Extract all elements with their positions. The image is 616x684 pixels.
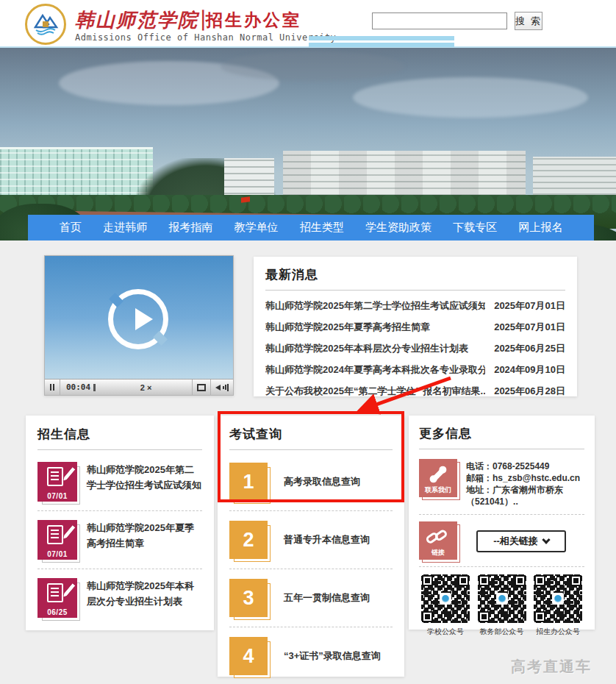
more-info-title: 更多信息 xyxy=(419,425,584,442)
dept-name-cn: 招生办公室 xyxy=(206,9,301,32)
contact-phone: 电话：0768-2525449 xyxy=(466,460,580,472)
decorative-stripe xyxy=(309,36,454,40)
play-triangle-icon xyxy=(135,308,153,330)
site-name-en: Admissions Office of Hanshan Normal Univ… xyxy=(75,32,336,43)
admissions-title: 招生信息 xyxy=(37,426,202,443)
news-item[interactable]: 韩山师范学院2025年夏季高考招生简章 2025年07月01日 xyxy=(265,316,565,338)
contact-email: 邮箱：hs_zsb@hstc.edu.cn xyxy=(466,472,580,484)
video-controls: 00:04 2 × xyxy=(45,379,233,395)
number-badge: 4 xyxy=(229,637,268,675)
document-icon: 07/01 xyxy=(37,520,77,560)
glass-building xyxy=(0,147,153,200)
link-icon: 链接 xyxy=(419,521,457,560)
nav-item-admission-types[interactable]: 招生类型 xyxy=(300,221,344,235)
contact-address: 地址：广东省潮州市桥东 xyxy=(466,484,580,496)
ring-gap xyxy=(153,331,168,346)
fullscreen-button[interactable] xyxy=(192,380,211,395)
cloud xyxy=(221,51,404,81)
chevron-down-icon xyxy=(542,535,550,544)
annotation-arrow xyxy=(344,375,454,421)
main-nav: 首页 走进韩师 报考指南 教学单位 招生类型 学生资助政策 下载专区 网上报名 xyxy=(28,215,594,241)
admissions-info-panel: 招生信息 07/01 韩山师范学院2025年第二学士学位招生考试应试须知 07/… xyxy=(26,416,214,630)
nav-item-teaching-units[interactable]: 教学单位 xyxy=(234,221,278,235)
contact-row: 联系我们 电话：0768-2525449 邮箱：hs_zsb@hstc.edu.… xyxy=(419,452,584,514)
university-logo-icon xyxy=(25,4,66,45)
exam-query-panel: 考试查询 1 高考录取信息查询 2 普通专升本信息查询 3 五年一贯制信息查询 … xyxy=(218,416,404,677)
related-links-select[interactable]: --相关链接 xyxy=(476,530,566,552)
phone-icon: 联系我们 xyxy=(419,459,457,497)
more-info-panel: 更多信息 联系我们 电话：0768-2525449 邮箱：hs_zsb@hstc… xyxy=(409,416,595,630)
document-icon: 06/25 xyxy=(37,578,77,618)
playback-speed[interactable]: 2 × xyxy=(100,380,192,395)
contact-details: 电话：0768-2525449 邮箱：hs_zsb@hstc.edu.cn 地址… xyxy=(466,459,580,507)
exam-query-title: 考试查询 xyxy=(229,426,393,443)
header: 韩山师范学院 丨 招生办公室 Admissions Office of Hans… xyxy=(0,0,616,48)
exam-query-item-five-year[interactable]: 3 五年一贯制信息查询 xyxy=(229,569,393,627)
playhead-marker[interactable] xyxy=(93,384,96,391)
video-player[interactable]: 00:04 2 × xyxy=(44,255,234,396)
nav-item-about[interactable]: 走进韩师 xyxy=(103,221,147,235)
nav-item-apply-guide[interactable]: 报考指南 xyxy=(168,221,212,235)
admissions-item[interactable]: 07/01 韩山师范学院2025年夏季高考招生简章 xyxy=(37,510,202,569)
building xyxy=(533,157,616,201)
nav-item-home[interactable]: 首页 xyxy=(60,221,82,235)
news-item[interactable]: 韩山师范学院2025年第二学士学位招生考试应试须知 2025年07月01日 xyxy=(265,295,565,316)
qrcode-row: 学校公众号 教务部公众号 招生办公众号 xyxy=(419,566,584,637)
search-button[interactable]: 搜 索 xyxy=(515,12,542,30)
ring-gap xyxy=(109,293,123,307)
number-badge: 1 xyxy=(229,463,268,501)
exam-query-item-gaokao[interactable]: 1 高考录取信息查询 xyxy=(229,453,393,510)
video-time: 00:04 xyxy=(60,380,100,395)
news-item[interactable]: 韩山师范学院2025年本科层次分专业招生计划表 2025年06月25日 xyxy=(265,338,565,359)
qrcode-admissions-office xyxy=(534,574,582,623)
qrcode-academic-affairs xyxy=(478,574,526,623)
decorative-stripe xyxy=(309,43,454,47)
links-row: 链接 --相关链接 xyxy=(419,514,584,566)
admissions-item[interactable]: 06/25 韩山师范学院2025年本科层次分专业招生计划表 xyxy=(37,569,202,627)
cloud xyxy=(353,77,588,118)
campus-hero-banner xyxy=(0,48,616,241)
nav-item-student-aid[interactable]: 学生资助政策 xyxy=(365,221,431,235)
play-button-icon[interactable] xyxy=(108,289,168,349)
nav-item-online-apply[interactable]: 网上报名 xyxy=(518,221,562,235)
exam-query-item-zhuanshengben[interactable]: 2 普通专升本信息查询 xyxy=(229,510,393,569)
exam-query-item-3cert[interactable]: 4 “3+证书”录取信息查询 xyxy=(229,627,393,684)
site-name-cn: 韩山师范学院 xyxy=(75,7,198,33)
volume-button[interactable] xyxy=(211,380,233,395)
news-title: 最新消息 xyxy=(265,266,565,283)
document-icon: 07/01 xyxy=(37,462,77,502)
nav-item-downloads[interactable]: 下载专区 xyxy=(453,221,497,235)
number-badge: 3 xyxy=(229,579,268,617)
search-input[interactable] xyxy=(372,13,507,29)
pause-button[interactable] xyxy=(45,380,60,395)
number-badge: 2 xyxy=(229,521,268,559)
content-area: 00:04 2 × 最新消息 韩山师范学院2025年第二学士学位招生考试应试须知… xyxy=(0,241,616,684)
qrcode-school xyxy=(421,574,470,623)
contact-postcode: （521041）.. xyxy=(466,496,580,507)
watermark: 高考直通车 xyxy=(511,657,592,677)
admissions-item[interactable]: 07/01 韩山师范学院2025年第二学士学位招生考试应试须知 xyxy=(37,453,202,510)
